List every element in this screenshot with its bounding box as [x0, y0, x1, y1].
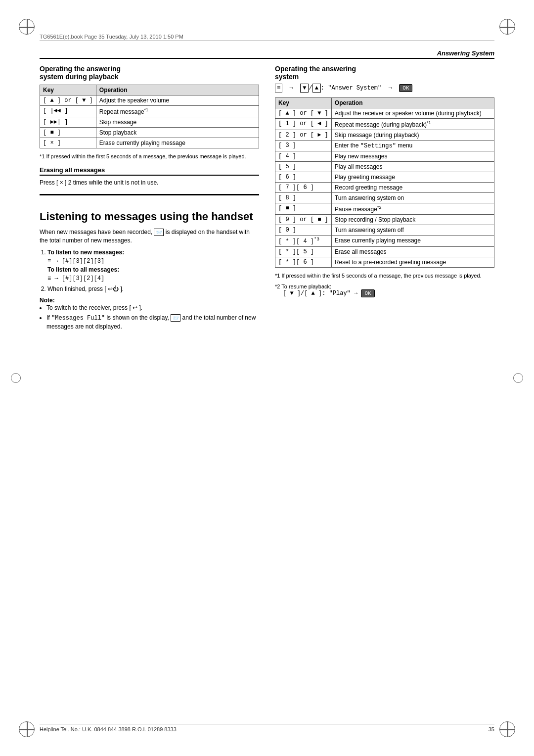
listen-steps: To listen to new messages: ≡ → [#][3][2]…	[47, 248, 259, 293]
key-cell: [ ■ ]	[40, 128, 96, 138]
file-info: TG6561E(e).book Page 35 Tuesday, July 13…	[40, 34, 183, 40]
op-cell: Stop recording / Stop playback	[331, 215, 494, 225]
key-cell: [ 7 ][ 6 ]	[275, 183, 332, 193]
op-cell: Stop playback	[96, 128, 259, 138]
section-header-text: Answering System	[437, 49, 494, 57]
note-label: Note:	[40, 297, 259, 304]
table-header-key: Key	[40, 85, 96, 95]
key-cell: [ * ][ 4 ]*3	[275, 236, 332, 247]
key-cell: [ × ]	[40, 138, 96, 148]
table-header-key: Key	[275, 98, 332, 108]
op-cell: Skip message	[96, 117, 259, 128]
table-row: [ 6 ] Play greeting message	[275, 172, 494, 183]
key-cell: [ 4 ]	[275, 151, 332, 162]
listening-section-divider	[40, 194, 259, 200]
table-header-operation: Operation	[331, 98, 494, 108]
table-row: [ * ][ 4 ]*3 Erase currently playing mes…	[275, 236, 494, 247]
list-item: If "Messages Full" is shown on the displ…	[46, 314, 259, 331]
table-row: [ × ] Erase currently playing message	[40, 138, 259, 148]
key-cell: [ 5 ]	[275, 162, 332, 172]
main-content: Answering System Operating the answering…	[40, 49, 494, 716]
table-row: [ * ][ 5 ] Erase all messages	[275, 247, 494, 257]
key-cell: [ 9 ] or [ ■ ]	[275, 215, 332, 225]
crop-mark-bl	[19, 721, 35, 737]
op-cell: Turn answering system off	[331, 225, 494, 236]
crop-mark-br	[499, 721, 515, 737]
key-cell: [ 3 ]	[275, 141, 332, 151]
op-cell: Enter the "Settings" menu	[331, 141, 494, 151]
table-row: [ 7 ][ 6 ] Record greeting message	[275, 183, 494, 193]
op-cell: Reset to a pre-recorded greeting message	[331, 257, 494, 268]
erasing-title: Erasing all messages	[40, 166, 259, 176]
op-cell: Erase currently playing message	[96, 138, 259, 148]
playback-table: Key Operation [ ▲ ] or [ ▼ ] Adjust the …	[40, 85, 259, 148]
page: TG6561E(e).book Page 35 Tuesday, July 13…	[0, 0, 534, 756]
listen-label2: To listen to all messages:	[47, 266, 119, 273]
step2-text: When finished, press [ ↩⏻ ].	[47, 285, 124, 292]
list-item: When finished, press [ ↩⏻ ].	[47, 285, 259, 293]
key-cell: [ ■ ]	[275, 203, 332, 215]
listen-cmd1: ≡ → [#][3][2][3]	[47, 258, 104, 265]
key-cell: [ 8 ]	[275, 193, 332, 203]
op-cell: Repeat message (during playback)*1	[331, 119, 494, 130]
key-cell: [ ►►| ]	[40, 117, 96, 128]
table-row: [ 3 ] Enter the "Settings" menu	[275, 141, 494, 151]
big-section-title: Listening to messages using the handset	[40, 210, 259, 223]
key-cell: [ * ][ 5 ]	[275, 247, 332, 257]
op-cell: Adjust the receiver or speaker volume (d…	[331, 108, 494, 119]
right-footnote2: *2 To resume playback: [ ▼ ]/[ ▲ ]: "Pla…	[275, 284, 494, 297]
right-column: Operating the answering system ≡ → ▼/▲: …	[275, 65, 494, 335]
key-cell: [ ▲ ] or [ ▼ ]	[275, 108, 332, 119]
table-row: [ ▲ ] or [ ▼ ] Adjust the receiver or sp…	[275, 108, 494, 119]
helpline-text: Helpline Tel. No.: U.K. 0844 844 3898 R.…	[40, 726, 177, 732]
table-row: [ 0 ] Turn answering system off	[275, 225, 494, 236]
key-cell: [ ▲ ] or [ ▼ ]	[40, 95, 96, 106]
key-cell: [ 6 ]	[275, 172, 332, 183]
section-header: Answering System	[40, 49, 494, 59]
table-header-operation: Operation	[96, 85, 259, 95]
nav-line: ≡ → ▼/▲: "Answer System" → OK	[275, 84, 494, 93]
resume-cmd: [ ▼ ]/[ ▲ ]: "Play" → OK	[283, 290, 375, 297]
op-cell: Play all messages	[331, 162, 494, 172]
key-cell: [ |◄◄ ]	[40, 106, 96, 117]
crop-mark-tr	[499, 19, 515, 35]
footer: Helpline Tel. No.: U.K. 0844 844 3898 R.…	[40, 724, 494, 732]
op-cell: Erase currently playing message	[331, 236, 494, 247]
op-cell: Play new messages	[331, 151, 494, 162]
op-cell: Erase all messages	[331, 247, 494, 257]
op-cell: Adjust the speaker volume	[96, 95, 259, 106]
list-item: To switch to the receiver, press [ ↩ ].	[46, 304, 259, 312]
table-row: [ ▲ ] or [ ▼ ] Adjust the speaker volume	[40, 95, 259, 106]
left-column: Operating the answering system during pl…	[40, 65, 259, 335]
two-column-layout: Operating the answering system during pl…	[40, 65, 494, 335]
table-row: [ 4 ] Play new messages	[275, 151, 494, 162]
right-footnote1: *1 If pressed within the first 5 seconds…	[275, 273, 494, 279]
op-cell: Play greeting message	[331, 172, 494, 183]
table-row: [ ►►| ] Skip message	[40, 117, 259, 128]
list-item: To listen to new messages: ≡ → [#][3][2]…	[47, 248, 259, 283]
note-list: To switch to the receiver, press [ ↩ ]. …	[46, 304, 259, 331]
table-row: [ ■ ] Pause message*2	[275, 203, 494, 215]
erasing-body: Press [ × ] 2 times while the unit is no…	[40, 179, 259, 187]
answering-system-table: Key Operation [ ▲ ] or [ ▼ ] Adjust the …	[275, 97, 494, 268]
crop-mark-tl	[19, 19, 35, 35]
key-cell: [ 0 ]	[275, 225, 332, 236]
table-row: [ 9 ] or [ ■ ] Stop recording / Stop pla…	[275, 215, 494, 225]
listen-label1: To listen to new messages:	[47, 249, 124, 256]
table-row: [ 2 ] or [ ► ] Skip message (during play…	[275, 130, 494, 141]
playback-footnote: *1 If pressed within the first 5 seconds…	[40, 153, 259, 159]
intro-body: When new messages have been recorded, 📨 …	[40, 228, 259, 245]
listen-cmd2: ≡ → [#][3][2][4]	[47, 275, 104, 282]
table-row: [ 8 ] Turn answering system on	[275, 193, 494, 203]
op-cell: Repeat message*1	[96, 106, 259, 117]
op-cell: Skip message (during playback)	[331, 130, 494, 141]
table-row: [ * ][ 6 ] Reset to a pre-recorded greet…	[275, 257, 494, 268]
top-bar: TG6561E(e).book Page 35 Tuesday, July 13…	[40, 34, 494, 41]
key-cell: [ 1 ] or [ ◄ ]	[275, 119, 332, 130]
key-cell: [ 2 ] or [ ► ]	[275, 130, 332, 141]
table-row: [ |◄◄ ] Repeat message*1	[40, 106, 259, 117]
op-cell: Pause message*2	[331, 203, 494, 215]
right-section-title: Operating the answering system	[275, 65, 494, 81]
left-section-title: Operating the answering system during pl…	[40, 65, 259, 81]
table-row: [ 1 ] or [ ◄ ] Repeat message (during pl…	[275, 119, 494, 130]
